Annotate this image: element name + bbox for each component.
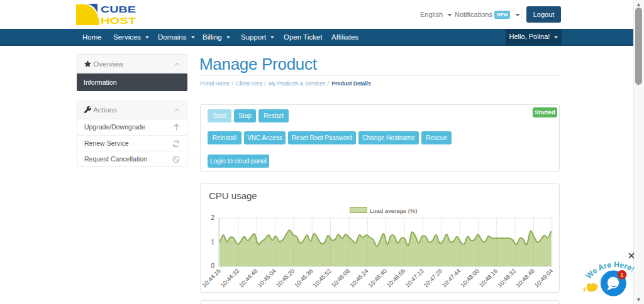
svg-text:10:46:56: 10:46:56 <box>385 268 406 289</box>
svg-text:1: 1 <box>620 271 624 278</box>
svg-text:10:45:20: 10:45:20 <box>274 268 296 289</box>
svg-text:10:46:08: 10:46:08 <box>330 268 351 289</box>
svg-text:10:48:32: 10:48:32 <box>496 268 518 289</box>
svg-text:10:47:12: 10:47:12 <box>404 268 425 289</box>
svg-text:2: 2 <box>211 214 214 221</box>
svg-text:10:48:48: 10:48:48 <box>514 268 536 289</box>
svg-text:10:48:16: 10:48:16 <box>477 268 499 289</box>
svg-text:10:46:40: 10:46:40 <box>367 268 388 289</box>
svg-text:1: 1 <box>211 239 214 246</box>
svg-text:10:45:52: 10:45:52 <box>311 268 333 289</box>
svg-text:10:48:00: 10:48:00 <box>459 268 480 289</box>
svg-text:10:45:36: 10:45:36 <box>293 268 314 289</box>
svg-text:10:47:44: 10:47:44 <box>440 268 462 289</box>
svg-text:0: 0 <box>211 263 214 269</box>
svg-text:10:44:32: 10:44:32 <box>219 268 240 289</box>
svg-text:10:49:04: 10:49:04 <box>533 268 554 289</box>
svg-text:10:47:28: 10:47:28 <box>422 268 443 289</box>
svg-text:10:44:48: 10:44:48 <box>238 268 259 289</box>
svg-text:10:46:24: 10:46:24 <box>348 268 370 289</box>
svg-text:10:45:04: 10:45:04 <box>256 268 277 289</box>
svg-text:10:44:16: 10:44:16 <box>201 268 222 289</box>
